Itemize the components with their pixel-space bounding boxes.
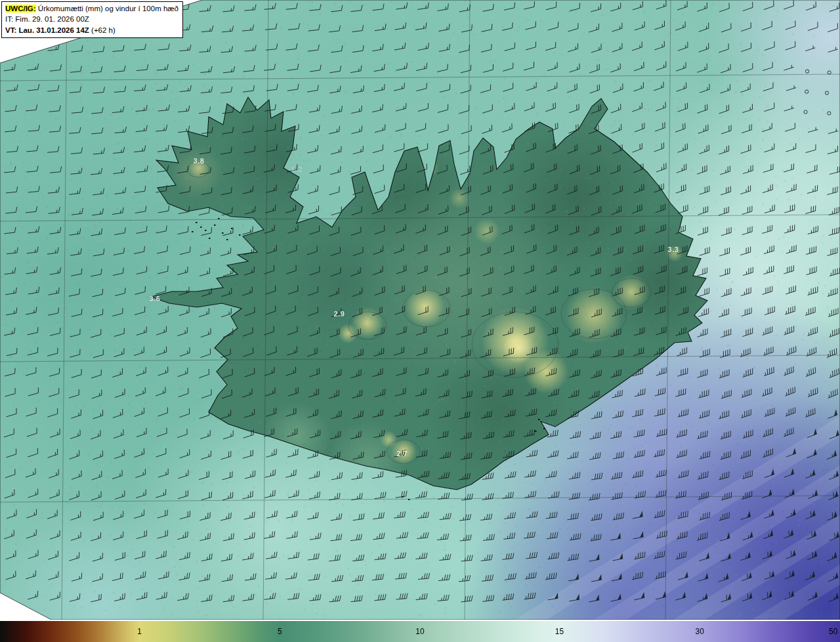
colorbar-tick-label: 1 [137, 627, 142, 636]
product-title: Úrkomumætti (mm) og vindur í 100m hæð [36, 5, 178, 12]
product-header: UWC/IG: Úrkomumætti (mm) og vindur í 100… [1, 1, 183, 38]
colorbar-tick-label: 10 [415, 627, 424, 636]
precip-colorbar: 1510153050 [0, 621, 840, 642]
product-code: UWC/IG: [5, 5, 36, 12]
colorbar-tick-label: 30 [696, 627, 704, 636]
colorbar-tick-label: 15 [555, 627, 564, 636]
weather-map-page: 3.88.23.62.93.32.7 UWC/IG: Úrkomumætti (… [0, 0, 840, 642]
valid-time-offset: (+62 h) [89, 26, 116, 34]
weather-field-canvas [0, 0, 840, 620]
colorbar-tick-label: 50 [829, 627, 837, 636]
valid-time-line: VT: Lau. 31.01.2026 14Z (+62 h) [5, 25, 178, 35]
header-line-1: UWC/IG: Úrkomumætti (mm) og vindur í 100… [5, 3, 178, 14]
init-time-line: IT: Fim. 29. 01. 2026 00Z [5, 14, 178, 24]
colorbar-tick-label: 5 [278, 627, 282, 636]
valid-time: VT: Lau. 31.01.2026 14Z [5, 26, 89, 34]
